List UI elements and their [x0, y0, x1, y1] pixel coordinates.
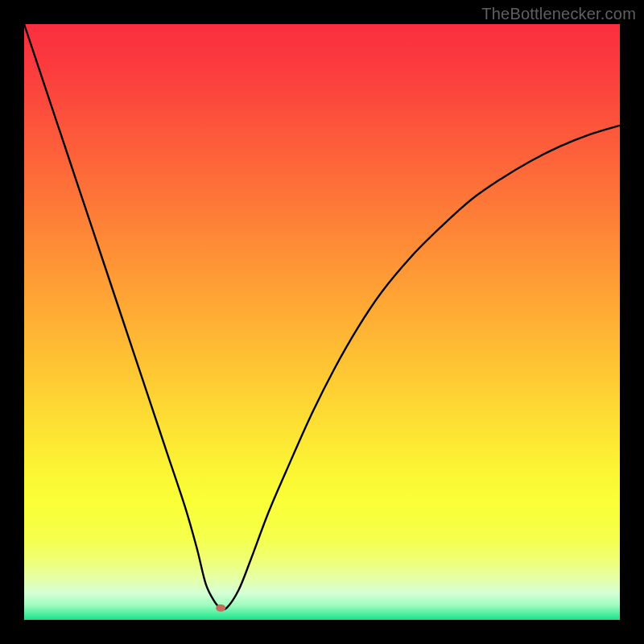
minimum-marker	[216, 605, 225, 612]
plot-area	[24, 24, 620, 620]
attribution-text: TheBottlenecker.com	[481, 5, 636, 23]
bottleneck-chart	[24, 24, 620, 620]
gradient-background	[24, 24, 620, 620]
chart-frame: TheBottlenecker.com	[0, 0, 644, 644]
